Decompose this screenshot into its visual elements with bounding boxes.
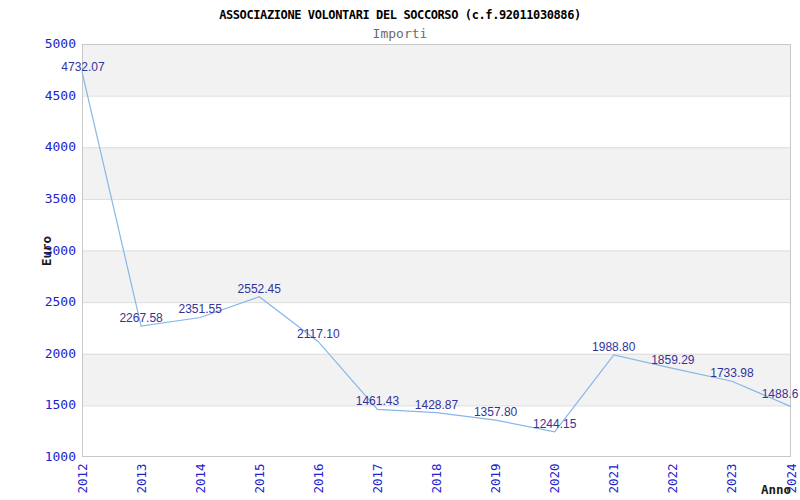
data-point-label: 2552.45: [238, 282, 282, 296]
y-tick-label: 4000: [45, 139, 76, 154]
x-tick-label: 2015: [252, 463, 267, 493]
x-tick-label: 2018: [429, 463, 444, 493]
y-tick-label: 2000: [45, 346, 76, 361]
data-point-label: 1461.43: [356, 394, 400, 408]
y-tick-label: 1500: [45, 397, 76, 412]
data-point-label: 4732.07: [61, 60, 105, 74]
x-tick-label: 2014: [193, 463, 208, 493]
y-tick-label: 5000: [45, 36, 76, 51]
data-point-label: 1244.15: [533, 417, 577, 431]
data-point-label: 1357.80: [474, 405, 518, 419]
grid-band: [82, 251, 791, 303]
x-tick-label: 2023: [724, 463, 739, 493]
x-axis-title: Anno: [761, 483, 791, 497]
x-tick-label: 2019: [488, 463, 503, 493]
data-point-label: 2267.58: [119, 311, 163, 325]
x-tick-label: 2020: [547, 463, 562, 493]
data-point-label: 1428.87: [415, 398, 459, 412]
y-tick-label: 1000: [45, 449, 76, 464]
grid-band: [82, 44, 791, 96]
data-point-label: 2117.10: [297, 327, 340, 341]
y-tick-label: 4500: [45, 88, 76, 103]
y-axis-title: Euro: [40, 231, 54, 271]
x-tick-label: 2016: [311, 463, 326, 493]
data-point-label: 2351.55: [178, 302, 222, 316]
x-tick-label: 2022: [665, 463, 680, 493]
x-tick-label: 2021: [606, 463, 621, 493]
grid-band: [82, 147, 791, 199]
x-tick-label: 2017: [370, 463, 385, 493]
data-point-label: 1859.29: [651, 353, 695, 367]
x-tick-label: 2012: [75, 463, 90, 493]
y-tick-label: 2500: [45, 294, 76, 309]
x-tick-label: 2013: [134, 463, 149, 493]
data-point-label: 1988.80: [592, 340, 636, 354]
data-point-label: 1733.98: [710, 366, 754, 380]
data-point-label: 1488.6: [762, 387, 799, 401]
y-tick-label: 3500: [45, 191, 76, 206]
importi-line-chart: ASSOCIAZIONE VOLONTARI DEL SOCCORSO (c.f…: [0, 0, 800, 500]
plot-area: 5000450040003500300025002000150010002012…: [0, 0, 800, 500]
